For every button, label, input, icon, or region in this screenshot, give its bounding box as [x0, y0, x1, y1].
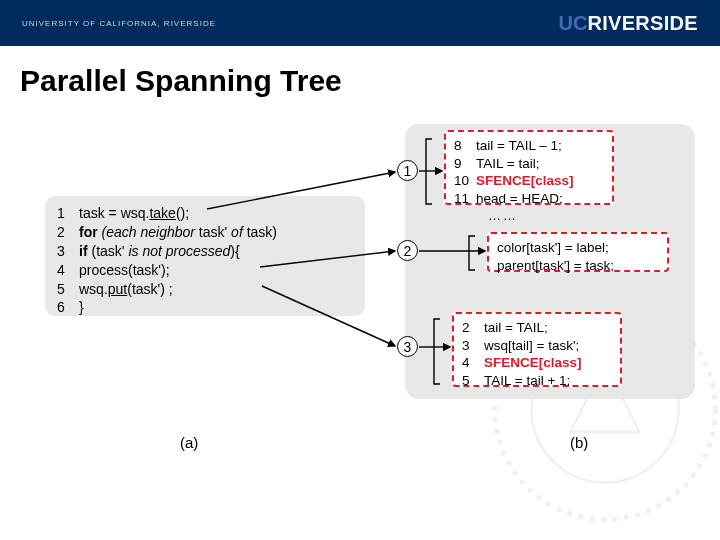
code-a-line-2: 2 for (each neighbor task' of task): [57, 223, 353, 242]
code-box-process: color[task'] = label; parent[task'] = ta…: [487, 232, 669, 272]
code-a-line-3: 3 if (task' is not processed){: [57, 242, 353, 261]
box3-l2: 3wsq[tail] = task';: [462, 337, 612, 355]
box3-l3: 4SFENCE[class]: [462, 354, 612, 372]
ellipsis-1: ……: [488, 208, 518, 223]
code-a-line-1: 1task = wsq.take();: [57, 204, 353, 223]
code-block-a: 1task = wsq.take(); 2 for (each neighbor…: [45, 196, 365, 316]
box2-l2: parent[task'] = task;: [497, 257, 659, 275]
riverside-text: RIVERSIDE: [587, 12, 698, 35]
box1-l1: 8tail = TAIL – 1;: [454, 137, 604, 155]
uc-logo-text: UC: [559, 12, 588, 35]
code-a-line-6: 6 }: [57, 298, 353, 317]
code-a-line-5: 5 wsq.put(task') ;: [57, 280, 353, 299]
box1-l3: 10SFENCE[class]: [454, 172, 604, 190]
university-left: UNIVERSITY OF CALIFORNIA, RIVERSIDE: [22, 19, 216, 28]
circle-1: 1: [397, 160, 418, 181]
university-right: UCRIVERSIDE: [559, 12, 698, 35]
box1-l4: 11head = HEAD;: [454, 190, 604, 208]
box1-l2: 9TAIL = tail;: [454, 155, 604, 173]
label-a: (a): [180, 434, 198, 451]
label-b: (b): [570, 434, 588, 451]
box2-l1: color[task'] = label;: [497, 239, 659, 257]
page-title: Parallel Spanning Tree: [20, 64, 720, 98]
code-a-line-4: 4 process(task');: [57, 261, 353, 280]
code-box-put: 2tail = TAIL; 3wsq[tail] = task'; 4SFENC…: [452, 312, 622, 387]
box3-l1: 2tail = TAIL;: [462, 319, 612, 337]
code-box-take: 8tail = TAIL – 1; 9TAIL = tail; 10SFENCE…: [444, 130, 614, 205]
box3-l4: 5TAIL = tail + 1;: [462, 372, 612, 390]
circle-2: 2: [397, 240, 418, 261]
circle-3: 3: [397, 336, 418, 357]
header-bar: UNIVERSITY OF CALIFORNIA, RIVERSIDE UCRI…: [0, 0, 720, 46]
content-area: 1task = wsq.take(); 2 for (each neighbor…: [0, 124, 720, 524]
